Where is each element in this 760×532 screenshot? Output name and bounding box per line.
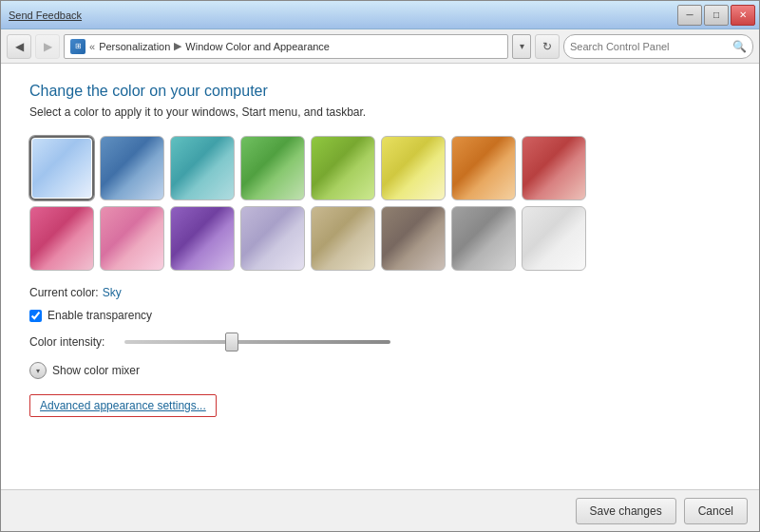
address-bar: ◀ ▶ ⊞ « Personalization ▶ Window Color a… (1, 29, 759, 64)
search-box[interactable]: 🔍 (563, 34, 753, 59)
swatches-grid (29, 136, 731, 271)
advanced-appearance-link[interactable]: Advanced appearance settings... (29, 394, 217, 417)
minimize-button[interactable]: ─ (677, 5, 702, 26)
current-color-value: Sky (103, 286, 122, 299)
color-swatch-blue[interactable] (100, 136, 164, 200)
page-subtitle: Select a color to apply it to your windo… (29, 105, 731, 119)
intensity-row: Color intensity: (29, 335, 731, 349)
restore-button[interactable]: □ (704, 5, 729, 26)
back-button[interactable]: ◀ (7, 34, 31, 59)
swatches-row-1 (29, 136, 731, 200)
cancel-button[interactable]: Cancel (684, 498, 748, 524)
color-swatch-purple[interactable] (170, 206, 235, 271)
transparency-checkbox[interactable] (29, 310, 42, 322)
breadcrumb-current: Window Color and Appearance (185, 41, 330, 52)
title-bar: Send Feedback ─ □ ✕ (1, 1, 759, 29)
forward-button[interactable]: ▶ (35, 34, 60, 59)
breadcrumb-root[interactable]: Personalization (99, 41, 170, 52)
title-bar-left: Send Feedback (9, 10, 89, 21)
main-window: Send Feedback ─ □ ✕ ◀ ▶ ⊞ « Personalizat… (0, 0, 760, 532)
send-feedback-link[interactable]: Send Feedback (9, 10, 82, 21)
transparency-label[interactable]: Enable transparency (48, 309, 152, 322)
swatches-row-2 (29, 206, 731, 271)
address-box: ⊞ « Personalization ▶ Window Color and A… (64, 34, 508, 59)
color-swatch-white[interactable] (522, 206, 586, 271)
current-color-row: Current color: Sky (29, 286, 731, 299)
search-input[interactable] (570, 41, 729, 52)
mixer-toggle-icon[interactable]: ▾ (29, 362, 47, 379)
color-swatch-gray[interactable] (451, 206, 516, 271)
search-icon[interactable]: 🔍 (732, 40, 747, 53)
color-swatch-green[interactable] (240, 136, 305, 200)
color-swatch-lightpink[interactable] (100, 206, 164, 271)
color-swatch-lime[interactable] (311, 136, 375, 200)
color-swatch-orange[interactable] (451, 136, 516, 200)
color-swatch-yellow[interactable] (381, 136, 446, 200)
color-swatch-lavender[interactable] (240, 206, 305, 271)
color-swatch-pink[interactable] (29, 206, 94, 271)
title-bar-buttons: ─ □ ✕ (677, 5, 755, 26)
show-mixer-label: Show color mixer (52, 364, 140, 377)
main-content: Change the color on your computer Select… (1, 64, 759, 489)
intensity-label: Color intensity: (29, 335, 115, 349)
close-button[interactable]: ✕ (731, 5, 755, 26)
color-swatch-teal[interactable] (170, 136, 235, 200)
refresh-button[interactable]: ↻ (535, 34, 560, 59)
transparency-row: Enable transparency (29, 309, 731, 322)
save-button[interactable]: Save changes (576, 498, 676, 524)
bottom-bar: Save changes Cancel (1, 489, 759, 531)
address-dropdown[interactable]: ▾ (512, 34, 531, 59)
color-swatch-sky[interactable] (29, 136, 94, 200)
breadcrumb-sep0: « (89, 41, 95, 52)
intensity-slider[interactable] (124, 340, 390, 344)
folder-icon: ⊞ (70, 39, 86, 54)
breadcrumb-arrow: ▶ (174, 40, 181, 52)
color-swatch-tan[interactable] (311, 206, 375, 271)
current-color-label: Current color: (29, 286, 99, 299)
page-title: Change the color on your computer (29, 83, 731, 100)
color-swatch-red[interactable] (522, 136, 586, 200)
color-swatch-brown[interactable] (381, 206, 446, 271)
show-mixer-row[interactable]: ▾ Show color mixer (29, 362, 731, 379)
